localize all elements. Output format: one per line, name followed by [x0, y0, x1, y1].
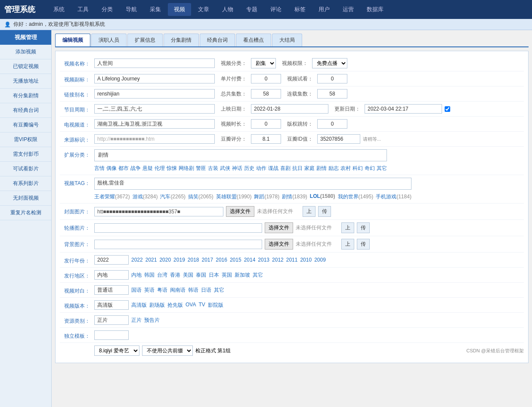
- region-taiwan[interactable]: 台湾: [157, 271, 167, 279]
- tab-finale[interactable]: 大结局: [272, 34, 302, 46]
- input-video-name[interactable]: [94, 59, 215, 68]
- nav-collect[interactable]: 采集: [144, 3, 167, 16]
- btn-up-cover[interactable]: 上: [303, 206, 315, 217]
- cat-tag-1[interactable]: 偶像: [106, 165, 117, 172]
- cat-tag-4[interactable]: 悬疑: [142, 165, 153, 172]
- cat-tag-5[interactable]: 伦理: [155, 165, 165, 172]
- year-2017[interactable]: 2017: [202, 257, 213, 263]
- bg-url-input[interactable]: [94, 240, 262, 249]
- tag-item-6[interactable]: 剧情(1839): [282, 193, 307, 200]
- input-serial-ep[interactable]: [317, 89, 347, 99]
- region-mainland[interactable]: 内地: [131, 271, 142, 279]
- region-japan[interactable]: 日本: [209, 271, 219, 279]
- tag-item-7[interactable]: LOL(1580): [310, 193, 335, 200]
- dialect-japanese[interactable]: 日语: [201, 287, 211, 294]
- year-2013[interactable]: 2013: [258, 257, 269, 263]
- cat-tag-20[interactable]: 农村: [340, 165, 351, 172]
- sidebar-item-vip[interactable]: 需VIP权限: [0, 133, 51, 147]
- year-2022[interactable]: 2022: [131, 257, 143, 263]
- nav-people[interactable]: 人物: [216, 3, 239, 16]
- sidebar-item-add-video[interactable]: 添加视频: [0, 45, 51, 59]
- cat-tag-15[interactable]: 喜剧: [280, 165, 291, 172]
- sidebar-item-classic-lines[interactable]: 有经典台词: [0, 103, 51, 118]
- dialect-english[interactable]: 英语: [144, 287, 155, 294]
- year-2009[interactable]: 2009: [314, 257, 326, 263]
- input-subtitle[interactable]: [94, 74, 215, 83]
- year-2016[interactable]: 2016: [216, 257, 227, 263]
- input-total-ep[interactable]: [251, 89, 281, 99]
- btn-pass-bg[interactable]: 传: [357, 239, 370, 250]
- input-single-price[interactable]: [251, 74, 281, 83]
- input-update-date[interactable]: [365, 104, 442, 114]
- cat-tag-22[interactable]: 奇幻: [365, 165, 375, 172]
- cat-tag-19[interactable]: 励志: [328, 165, 339, 172]
- checkbox-update-date[interactable]: [445, 106, 450, 112]
- input-duration[interactable]: [251, 119, 281, 129]
- region-uk[interactable]: 英国: [222, 271, 232, 279]
- input-trial[interactable]: [317, 74, 347, 83]
- year-2021[interactable]: 2021: [145, 257, 157, 263]
- tag-item-2[interactable]: 汽车(2265): [160, 193, 186, 200]
- input-template[interactable]: [94, 330, 129, 340]
- nav-article[interactable]: 文章: [192, 3, 215, 16]
- region-usa[interactable]: 美国: [183, 271, 193, 279]
- resource-main[interactable]: 正片: [131, 317, 142, 324]
- tab-edit-video[interactable]: 编辑视频: [55, 34, 90, 46]
- year-2014[interactable]: 2014: [244, 257, 256, 263]
- year-2020[interactable]: 2020: [159, 257, 171, 263]
- input-alias[interactable]: [94, 89, 215, 99]
- region-hongkong[interactable]: 香港: [170, 271, 180, 279]
- input-copyright-jump[interactable]: [317, 119, 347, 129]
- sidebar-item-pay-coin[interactable]: 需支付影币: [0, 147, 51, 162]
- cat-tag-14[interactable]: 谍战: [268, 165, 278, 172]
- sidebar-item-dup-detect[interactable]: 重复片名检测: [0, 206, 51, 220]
- cat-tag-13[interactable]: 动作: [256, 165, 266, 172]
- resource-trailer[interactable]: 预告片: [144, 317, 160, 324]
- input-version[interactable]: [94, 300, 129, 310]
- tag-item-4[interactable]: 英雄联盟(1990): [216, 193, 252, 200]
- input-channel[interactable]: [94, 119, 215, 129]
- tab-cast[interactable]: 演职人员: [91, 34, 127, 46]
- region-korea[interactable]: 韩国: [144, 271, 155, 279]
- sidebar-item-series[interactable]: 有系列影片: [0, 176, 51, 191]
- nav-video[interactable]: 视频: [168, 3, 191, 16]
- cat-tag-2[interactable]: 都市: [118, 165, 129, 172]
- year-2015[interactable]: 2015: [230, 257, 241, 263]
- nav-operation[interactable]: 运营: [337, 3, 360, 16]
- input-dialect[interactable]: [94, 285, 129, 295]
- version-hd[interactable]: 高清版: [131, 302, 147, 309]
- version-theater[interactable]: 剧场版: [149, 302, 165, 309]
- nav-system[interactable]: 系统: [47, 3, 71, 16]
- input-region[interactable]: [94, 270, 129, 280]
- nav-comment[interactable]: 评论: [264, 3, 288, 16]
- btn-pass-banner[interactable]: 传: [357, 222, 370, 233]
- region-other[interactable]: 其它: [253, 271, 263, 279]
- cat-tag-12[interactable]: 历史: [244, 165, 254, 172]
- cat-tag-8[interactable]: 警匪: [196, 165, 206, 172]
- select-frontend-mode[interactable]: 不使用公共前缀: [142, 345, 193, 356]
- year-2019[interactable]: 2019: [173, 257, 185, 263]
- region-singapore[interactable]: 新加坡: [235, 271, 250, 279]
- cat-tag-0[interactable]: 言情: [94, 165, 105, 172]
- dialect-cantonese[interactable]: 粤语: [157, 287, 167, 294]
- cat-tag-10[interactable]: 武侠: [220, 165, 230, 172]
- select-platform[interactable]: 8.iqiyi 爱奇艺: [94, 345, 139, 356]
- tag-item-8[interactable]: 我的世界(1495): [338, 193, 374, 200]
- nav-user[interactable]: 用户: [312, 3, 336, 16]
- cat-tag-3[interactable]: 战争: [130, 165, 141, 172]
- select-access[interactable]: 免费点播: [312, 58, 347, 68]
- cat-tag-23[interactable]: 其它: [377, 165, 387, 172]
- cat-tag-18[interactable]: 剧情: [316, 165, 327, 172]
- nav-nav[interactable]: 导航: [120, 3, 143, 16]
- tag-item-3[interactable]: 搞笑(2065): [188, 193, 213, 200]
- btn-up-banner[interactable]: 上: [341, 222, 354, 233]
- sidebar-item-douban-id[interactable]: 有豆瓣编号: [0, 118, 51, 133]
- cat-tag-17[interactable]: 家庭: [304, 165, 315, 172]
- input-douban-score[interactable]: [251, 134, 281, 144]
- dialect-korean[interactable]: 韩语: [188, 287, 198, 294]
- sidebar-item-episode-story[interactable]: 有分集剧情: [0, 89, 51, 103]
- tab-episode-story[interactable]: 分集剧情: [164, 34, 199, 46]
- sidebar-item-no-cover[interactable]: 无封面视频: [0, 191, 51, 206]
- btn-choose-banner[interactable]: 选择文件: [265, 222, 293, 233]
- tag-item-1[interactable]: 游戏(3284): [133, 193, 158, 200]
